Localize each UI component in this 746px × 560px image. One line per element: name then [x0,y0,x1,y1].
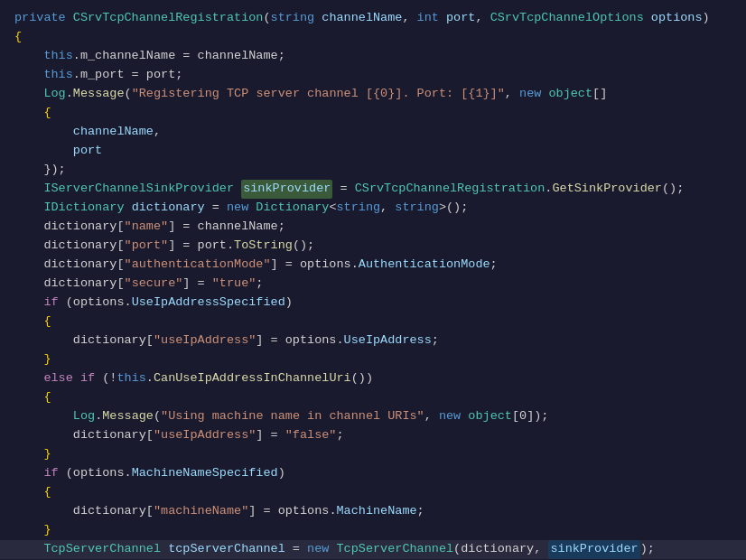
type-object-arr: object [548,85,592,104]
code-line-23: dictionary["useIpAddress"] = "false"; [0,426,746,445]
str-false: "false" [285,426,337,445]
l20-indent [14,369,43,388]
param-options: options [651,9,703,28]
param-port: port [446,9,475,28]
l5p1: . [66,85,73,104]
l15-indent: dictionary[ [14,275,125,294]
l3p2: .m_channelName = channelName; [73,47,285,66]
l10-indent [14,180,43,199]
close-brace-3: } [43,350,51,369]
line-3 [14,47,43,66]
l26-indent [14,483,43,502]
kw-str3: string [395,199,439,218]
code-line-17: { [0,313,746,331]
close-brace-4: } [43,445,51,464]
l12p2: ] = channelName; [168,218,285,237]
l11-indent [14,199,43,218]
l11p4: , [380,199,395,218]
kw-this3: this [117,369,145,388]
type-dict: Dictionary [256,199,329,218]
kw-string: string [271,9,322,28]
prop-useip-specified: UseIpAddressSpecified [132,294,285,313]
code-line-11: IDictionary dictionary = new Dictionary<… [0,199,746,218]
code-line-22: Log.Message("Using machine name in chann… [0,407,746,426]
l27p3: ; [417,502,424,521]
code-line-14: dictionary["authenticationMode"] = optio… [0,256,746,275]
l19-indent [14,350,43,369]
param-channelname: channelName [322,9,402,28]
kw-new3: new [439,407,468,426]
code-line-15: dictionary["secure"] = "true"; [0,275,746,294]
port-ref: port [73,142,102,161]
l14-indent: dictionary[ [14,256,125,275]
l15p2: ] = [182,275,211,294]
l29p2: = [285,540,307,559]
l22p2: ( [154,407,161,426]
code-line-1: private CSrvTcpChannelRegistration(strin… [0,9,746,28]
code-line-12: dictionary["name"] = channelName; [0,218,746,237]
sep2: , [475,9,490,28]
sink-provider-highlight: sinkProvider [241,180,332,199]
kw-new2: new [227,199,256,218]
line-6-indent [14,104,43,123]
l16p3: ) [285,294,293,313]
close-brace-5: } [43,521,51,540]
str-registering: "Registering TCP server channel [{0}]. P… [132,85,505,104]
l14p3: ; [490,256,498,275]
code-line-20: else if (!this.CanUseIpAddressInChannelU… [0,369,746,388]
type-object2: object [468,407,512,426]
l12-indent: dictionary[ [14,218,125,237]
line-5-indent [14,85,43,104]
prop-machinename: MachineName [336,502,416,521]
l10p3: . [545,180,552,199]
log-type2: Log [73,407,95,426]
line-8-indent [14,142,73,161]
line-4-indent [14,66,43,85]
l20p2: (! [102,369,117,388]
code-line-9: }); [0,161,746,180]
open-brace-4: { [43,388,51,407]
l22p1: . [95,407,102,426]
code-line-18: dictionary["useIpAddress"] = options.Use… [0,331,746,350]
line-7-indent [14,123,73,142]
l18p2: ] = options. [256,331,343,350]
str-machinename2: "machineName" [154,502,248,521]
type-idic: IDictionary [43,199,131,218]
code-line-25: if (options.MachineNameSpecified) [0,464,746,483]
close-paren: ) [703,9,710,28]
l20p3: . [146,369,154,388]
str-port: "port" [125,237,169,256]
str-secure: "secure" [125,275,183,294]
type-options: CSrvTcpChannelOptions [490,9,651,28]
channelname-ref: channelName [73,123,154,142]
l23-indent: dictionary[ [14,426,154,445]
kw-this1: this [43,47,72,66]
code-line-3: this.m_channelName = channelName; [0,47,746,66]
l23p2: ] = [256,426,284,445]
tcpserverchannel-var: tcpServerChannel [168,540,285,559]
l28-indent [14,521,43,540]
line-9: }); [14,161,66,180]
plain-1: ( [263,9,270,28]
str-true: "true" [212,275,256,294]
code-line-27: dictionary["machineName"] = options.Mach… [0,502,746,521]
code-line-19: } [0,350,746,369]
l5p4: [] [592,85,607,104]
l15p3: ; [256,275,263,294]
sinkprovider-highlight: sinkProvider [548,540,639,559]
type-csrv2: CSrvTcpChannelRegistration [355,180,546,199]
log-type: Log [43,85,65,104]
l14p2: ] = options. [271,256,359,275]
l13p2: ] = port. [168,237,234,256]
code-line-16: if (options.UseIpAddressSpecified) [0,294,746,313]
kw-if1: if [43,294,65,313]
l23p3: ; [336,426,343,445]
code-line-29: TcpServerChannel tcpServerChannel = new … [0,540,746,559]
l25p2: (options. [66,464,132,483]
l27-indent: dictionary[ [14,502,154,521]
l11p5: >(); [439,199,468,218]
kw-else: else [43,369,80,388]
l11p2: = [205,199,227,218]
l22p4: [0]); [512,407,549,426]
l25p3: ) [278,464,285,483]
